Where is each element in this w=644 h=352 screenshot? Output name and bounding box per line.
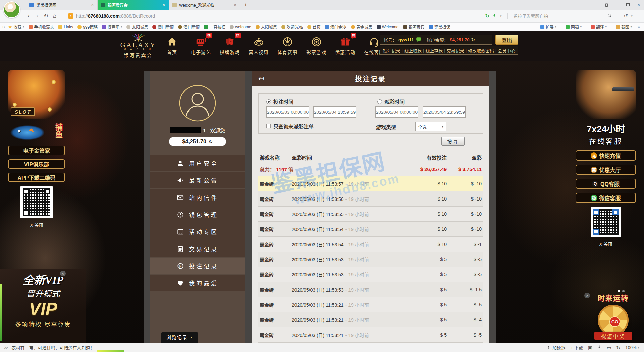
- vip-ad-close-icon[interactable]: ×: [60, 271, 66, 276]
- news-ticker-link[interactable]: 农村有一宝，可治耳鸣，可惜少有人知道！: [12, 344, 95, 351]
- bookmark-item[interactable]: 澳门金沙: [325, 24, 346, 30]
- close-icon[interactable]: ×: [636, 2, 641, 8]
- maximize-icon[interactable]: [625, 2, 631, 8]
- account-link-会员中心[interactable]: 会员中心: [497, 47, 517, 54]
- tab-close-icon[interactable]: ×: [90, 2, 94, 7]
- unsettled-checkbox[interactable]: 只查询未派彩注单: [266, 123, 314, 130]
- menu-icon[interactable]: ≡: [636, 13, 642, 19]
- sidebar-item-用户安全[interactable]: 用户安全: [150, 155, 245, 171]
- bet-to-input[interactable]: 2020/05/04 23:59:59: [313, 106, 356, 118]
- nav-item-优惠活动[interactable]: 优惠活动热: [331, 34, 360, 55]
- account-link-交易记录[interactable]: 交易记录: [445, 47, 466, 54]
- left-rail-button-电子金管家[interactable]: 电子金管家: [8, 146, 65, 155]
- browser-avatar[interactable]: [3, 1, 20, 18]
- table-row[interactable]: 霸金砖2020/05/03 (日) 11:53:21- 19 小时前$ 5$ -…: [258, 327, 483, 343]
- payout-from-input[interactable]: 2020/05/04 00:00:00: [375, 106, 418, 118]
- accelerator-button[interactable]: 加速器: [547, 344, 566, 351]
- undo-icon[interactable]: ↺: [624, 13, 628, 19]
- adblock-icon[interactable]: ↻: [485, 13, 489, 19]
- table-row[interactable]: 霸金砖2020/05/03 (日) 11:53:21- 19 小时前$ 5$ -…: [258, 312, 483, 327]
- speed-icon[interactable]: [492, 13, 497, 19]
- balance-refresh-icon[interactable]: ↻: [471, 37, 475, 42]
- bookmark-item[interactable]: 太阳城集: [126, 24, 148, 30]
- browser-tab[interactable]: 银河贵宾会×: [98, 0, 169, 10]
- nav-item-电子游艺[interactable]: 电子游艺热: [186, 34, 215, 55]
- wheel-go-button[interactable]: GO: [609, 316, 620, 327]
- account-link-投注记录[interactable]: 投注记录: [381, 47, 401, 54]
- right-rail-close-button[interactable]: X 关闭: [576, 240, 636, 247]
- payout-time-radio[interactable]: 派彩时间: [377, 98, 405, 105]
- boost-icon[interactable]: [597, 345, 602, 350]
- bookmarks-overflow-icon[interactable]: »: [636, 24, 641, 29]
- sidebar-item-投注记录[interactable]: $投注记录: [150, 258, 245, 274]
- skin-icon[interactable]: [604, 2, 609, 8]
- bookmark-item[interactable]: Links: [58, 24, 73, 30]
- left-rail-button-VIP俱乐部[interactable]: VIP俱乐部: [8, 159, 65, 169]
- payout-to-input[interactable]: 2020/05/04 23:59:59: [423, 106, 466, 118]
- slot-game-banner[interactable]: SLOT: [8, 70, 65, 119]
- bookmark-item[interactable]: Welcome: [377, 24, 399, 30]
- bookmark-item[interactable]: 999策略: [77, 24, 98, 30]
- sidebar-item-活动专区[interactable]: 活动专区: [150, 223, 245, 240]
- toolbar-tool-扩展[interactable]: 扩展▾: [540, 24, 556, 30]
- chat-bubble-icon[interactable]: [416, 37, 422, 42]
- game-type-select[interactable]: 全选 ▾: [415, 122, 446, 131]
- table-row[interactable]: 霸金砖2020/05/03 (日) 11:53:53- 19 小时前$ 5$ -…: [258, 252, 483, 267]
- radio-on-icon[interactable]: [266, 99, 271, 104]
- left-rail-button-APP下载二维码[interactable]: APP下载二维码: [8, 173, 65, 182]
- bookmark-item[interactable]: ★收藏▾: [8, 24, 24, 30]
- undo-caret-icon[interactable]: ▾: [631, 14, 633, 18]
- table-row[interactable]: 霸金砖2020/05/03 (日) 11:53:57- 19 小时前$ 10$ …: [258, 176, 483, 191]
- nav-item-棋牌游戏[interactable]: 棋牌游戏热: [215, 34, 244, 55]
- browser-tab[interactable]: 鉴黑担保网×: [26, 0, 98, 10]
- sidebar-item-交易记录[interactable]: 交易记录: [150, 240, 245, 257]
- toolbar-tool-网银[interactable]: 网银▾: [566, 24, 582, 30]
- table-row[interactable]: 霸金砖2020/05/03 (日) 11:53:54- 19 小时前$ 10$ …: [258, 237, 483, 252]
- nav-item-真人视讯[interactable]: 真人视讯: [244, 34, 273, 55]
- carousel-dot[interactable]: [622, 290, 625, 292]
- vip-promo-ad[interactable]: 全新VIP 晋升模式 VIP 多项特权 尽享尊贵: [0, 269, 86, 343]
- checkbox-icon[interactable]: [266, 124, 271, 128]
- bookmark-item[interactable]: 手机收藏夹: [29, 24, 54, 30]
- minimize-icon[interactable]: [614, 2, 620, 8]
- tab-close-icon[interactable]: ×: [162, 2, 166, 7]
- fullscreen-icon[interactable]: ▭: [607, 345, 611, 350]
- bookmark-item[interactable]: 博壹吧▾: [102, 24, 122, 30]
- left-rail-close-button[interactable]: X 关闭: [8, 222, 65, 228]
- back-icon[interactable]: ‹: [24, 13, 33, 19]
- sidebar-item-最新公告[interactable]: 最新公告: [150, 172, 245, 188]
- news-chevron-icon[interactable]: ≫: [4, 345, 8, 350]
- table-row[interactable]: 霸金砖2020/05/03 (日) 11:53:21- 19 小时前$ 5$ -…: [258, 297, 483, 312]
- forward-icon[interactable]: ›: [33, 13, 42, 19]
- collapse-back-icon[interactable]: ↤: [258, 74, 264, 83]
- site-logo[interactable]: GALAXY M A C A U 银河贵宾会: [118, 33, 158, 58]
- new-tab-button[interactable]: +: [240, 0, 251, 10]
- shooter-game-banner[interactable]: [576, 70, 636, 119]
- bookmark-item[interactable]: 太阳城集: [256, 24, 277, 30]
- wheel-ad-close-icon[interactable]: ×: [584, 293, 590, 298]
- right-rail-button-微信客服[interactable]: 微微信客服: [576, 193, 636, 203]
- nav-item-首页[interactable]: 首页: [158, 34, 186, 55]
- account-link-线上存款[interactable]: 线上存款: [424, 47, 444, 54]
- table-row[interactable]: 霸金砖2020/05/03 (日) 11:53:56- 19 小时前$ 10$ …: [258, 191, 483, 207]
- bookmark-item[interactable]: welcome: [230, 24, 251, 30]
- browse-history-tab[interactable]: 浏览记录 ▾: [161, 332, 198, 343]
- bookmark-item[interactable]: 澳门新葡: [178, 24, 200, 30]
- zoom-level[interactable]: 100%▾: [625, 345, 639, 350]
- search-icon[interactable]: [607, 13, 612, 19]
- account-link-线上取款[interactable]: 线上取款: [403, 47, 423, 54]
- logout-button[interactable]: 登出: [495, 35, 518, 45]
- bet-time-radio[interactable]: 投注时间: [266, 98, 293, 105]
- site-warning-icon[interactable]: !: [68, 13, 73, 19]
- tab-close-icon[interactable]: ×: [233, 2, 237, 7]
- table-row[interactable]: 霸金砖2020/05/03 (日) 11:53:55- 19 小时前$ 10$ …: [258, 207, 483, 222]
- toolbar-tool-翻译[interactable]: 翻译▾: [591, 24, 607, 30]
- window-mode-icon[interactable]: ▣: [588, 345, 592, 350]
- toolbar-tool-截图[interactable]: 截图▾: [616, 24, 632, 30]
- right-rail-button-优惠大厅[interactable]: 惠优惠大厅: [576, 165, 636, 175]
- address-bar[interactable]: ! http://87680188.com:8888/BetRecord ↻ ▾…: [67, 11, 644, 21]
- download-button[interactable]: ↓下载: [571, 344, 583, 351]
- right-rail-button-快速充值[interactable]: 充快速充值: [576, 150, 636, 161]
- reload-icon[interactable]: ↻: [42, 12, 50, 19]
- bookmark-item[interactable]: 鉴黑担保: [429, 24, 450, 30]
